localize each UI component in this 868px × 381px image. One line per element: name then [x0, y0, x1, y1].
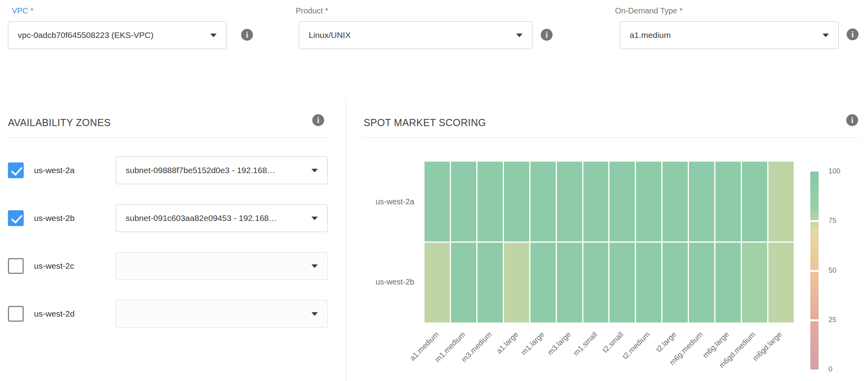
heatmap-cell: [662, 162, 688, 241]
heatmap-cell: [504, 243, 529, 323]
heatmap-cell: [557, 162, 582, 241]
colorbar-segment-gap: [810, 220, 819, 222]
heatmap-cell: [583, 243, 609, 323]
colorbar-segment-gap: [810, 270, 819, 272]
product-info-icon[interactable]: i: [541, 29, 553, 41]
heatmap-cell: [662, 243, 688, 323]
subnet-select-value: subnet-091c603aa82e09453 - 192.168…: [126, 213, 277, 223]
colorbar-tick-label: 75: [828, 217, 836, 225]
heatmap-cell: [715, 243, 741, 323]
x-axis-label: m3.medium: [440, 330, 494, 381]
on-demand-type-select[interactable]: a1.medium: [620, 21, 839, 49]
heatmap-cell: [451, 243, 476, 323]
x-axis-label: m3.large: [519, 330, 573, 381]
chevron-down-icon: [311, 264, 318, 268]
availability-zone-row: us-west-2d: [8, 300, 336, 328]
x-axis-label: m1.small: [545, 330, 599, 381]
subnet-select[interactable]: subnet-09888f7be5152d0e3 - 192.168…: [116, 157, 328, 184]
chevron-down-icon: [823, 34, 829, 37]
vpc-info-icon[interactable]: i: [241, 29, 253, 41]
heatmap-colorbar: [810, 172, 819, 370]
zone-checkbox[interactable]: [8, 258, 24, 274]
heatmap-cell: [425, 162, 450, 241]
x-axis-label: a1.medium: [387, 330, 441, 381]
heatmap-cell: [689, 162, 714, 241]
heatmap-cell: [451, 162, 476, 241]
x-axis-label: m6gd.large: [730, 330, 784, 381]
zone-checkbox[interactable]: [8, 162, 24, 178]
heatmap-cell: [636, 243, 661, 323]
heatmap-cell: [742, 243, 767, 323]
availability-zones-info-icon[interactable]: i: [312, 114, 324, 126]
section-vertical-divider: [346, 100, 346, 381]
x-axis-label: m1.medium: [413, 330, 467, 381]
y-axis-label: us-west-2a: [327, 197, 414, 206]
zone-label: us-west-2d: [34, 300, 75, 328]
zone-label: us-west-2a: [34, 157, 75, 184]
x-axis-label: m6gd.medium: [704, 330, 757, 381]
vpc-select-value: vpc-0adcb70f645508223 (EKS-VPC): [18, 30, 153, 40]
subnet-select[interactable]: [116, 300, 328, 328]
availability-zones-divider: [8, 137, 330, 138]
chevron-down-icon: [311, 312, 318, 316]
on-demand-type-label: On-Demand Type *: [615, 6, 683, 15]
zone-label: us-west-2c: [34, 252, 74, 280]
heatmap-cell: [689, 243, 714, 323]
spot-market-scoring-info-icon[interactable]: i: [846, 114, 858, 126]
availability-zone-row: us-west-2a subnet-09888f7be5152d0e3 - 19…: [8, 157, 336, 184]
availability-zones-list: us-west-2a subnet-09888f7be5152d0e3 - 19…: [8, 157, 336, 348]
vpc-select[interactable]: vpc-0adcb70f645508223 (EKS-VPC): [8, 21, 226, 49]
colorbar-tick-label: 25: [828, 316, 836, 324]
y-axis-label: us-west-2b: [327, 277, 414, 287]
heatmap-cell: [742, 162, 767, 241]
heatmap-cell: [557, 243, 582, 323]
heatmap-cell: [425, 243, 450, 323]
on-demand-type-label-text: On-Demand Type: [615, 6, 677, 15]
heatmap-grid: [425, 162, 794, 323]
spot-market-scoring-divider: [362, 137, 859, 138]
vpc-required-asterisk: *: [30, 6, 34, 15]
chevron-down-icon: [516, 34, 523, 37]
zone-label: us-west-2b: [34, 204, 75, 232]
availability-zone-row: us-west-2b subnet-091c603aa82e09453 - 19…: [8, 204, 336, 232]
vpc-label-text: VPC: [12, 6, 28, 15]
x-axis-label: t2.large: [625, 330, 678, 381]
on-demand-type-select-value: a1.medium: [630, 30, 671, 40]
heatmap-cell: [530, 162, 556, 241]
subnet-select[interactable]: subnet-091c603aa82e09453 - 192.168…: [116, 204, 328, 232]
colorbar-tick-label: 50: [828, 266, 836, 275]
subnet-select-value: subnet-09888f7be5152d0e3 - 192.168…: [126, 166, 275, 175]
heatmap-cell: [768, 243, 794, 323]
heatmap-cell: [477, 243, 503, 323]
on-demand-type-required-asterisk: *: [679, 6, 683, 15]
heatmap-cell: [530, 243, 556, 323]
on-demand-type-info-icon[interactable]: i: [847, 28, 859, 40]
chevron-down-icon: [210, 34, 217, 37]
subnet-select[interactable]: [116, 252, 328, 280]
heatmap-cell: [583, 162, 609, 241]
heatmap-cell: [768, 162, 794, 241]
chevron-down-icon: [311, 217, 318, 220]
heatmap-cell: [715, 162, 741, 241]
product-select-value: Linux/UNIX: [309, 30, 351, 40]
spot-market-scoring-title: SPOT MARKET SCORING: [364, 117, 486, 128]
product-label: Product *: [296, 6, 328, 15]
colorbar-tick-label: 0: [828, 365, 832, 373]
heatmap-cell: [636, 162, 661, 241]
vpc-label: VPC *: [12, 6, 33, 15]
zone-checkbox[interactable]: [8, 306, 24, 322]
product-label-text: Product: [296, 6, 323, 15]
availability-zones-title: AVAILABILITY ZONES: [8, 117, 111, 128]
heatmap-cell: [504, 162, 529, 241]
colorbar-segment-gap: [810, 319, 819, 321]
heatmap-cell: [477, 162, 503, 241]
colorbar-tick-label: 100: [828, 167, 840, 175]
product-required-asterisk: *: [325, 6, 328, 15]
heatmap-cell: [609, 162, 635, 241]
zone-checkbox[interactable]: [8, 210, 24, 226]
x-axis-label: t2.medium: [598, 330, 652, 381]
chevron-down-icon: [311, 169, 318, 172]
heatmap-cell: [609, 243, 635, 323]
product-select[interactable]: Linux/UNIX: [299, 21, 532, 49]
availability-zone-row: us-west-2c: [8, 252, 336, 280]
